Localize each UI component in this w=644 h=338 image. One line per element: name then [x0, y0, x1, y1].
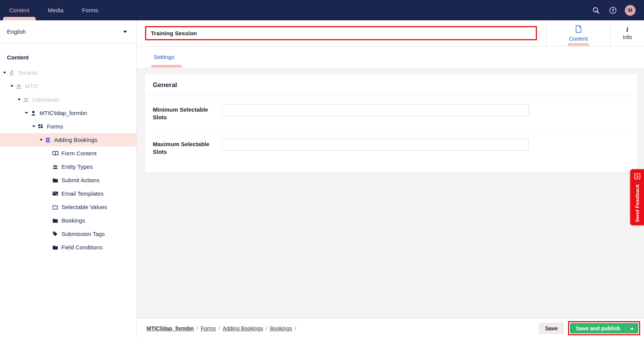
tree-item-mtic-ldap-formbn[interactable]: MTIC\ldap_formbn [0, 106, 136, 120]
people-group-icon [23, 97, 32, 103]
tree-item-label: Individuals [32, 96, 59, 103]
editor-footer: MTIC\ldap_formbn / Forms / Adding Bookin… [137, 318, 644, 338]
nav-tab-media[interactable]: Media [39, 0, 73, 20]
language-label: English [7, 28, 26, 35]
editor-content-area: General Minimum Selectable Slots Maximum… [137, 68, 644, 318]
document-icon [575, 25, 582, 34]
tree-item-label: Forms [47, 123, 63, 130]
nav-tab-content[interactable]: Content [0, 0, 39, 20]
field-label: Minimum Selectable Slots [153, 104, 222, 122]
tree-item-field-conditions[interactable]: Field Conditions [0, 241, 136, 254]
tree-item-adding-bookings[interactable]: Adding Bookings [0, 133, 136, 147]
people-group-icon [52, 164, 61, 170]
bank-icon [16, 83, 25, 89]
breadcrumb-link[interactable]: Adding Bookings [223, 325, 263, 331]
tenants-building-icon [8, 70, 18, 76]
caret-down-icon[interactable] [3, 72, 8, 74]
tree-item-forms[interactable]: Forms [0, 120, 136, 133]
nav-tab-content-label: Content [9, 7, 30, 13]
tree-item-label: Field Conditions [61, 244, 103, 251]
content-tree: Tenants MTIC Individuals [0, 66, 136, 338]
caret-down-icon[interactable] [32, 125, 38, 127]
tree-item-label: MTIC [25, 83, 39, 89]
tree-item-label: Form Content [61, 150, 97, 157]
tree-item-label: Tenants [18, 69, 38, 76]
breadcrumb-link[interactable]: MTIC\ldap_formbn [147, 325, 194, 331]
tree-item-submit-actions[interactable]: Submit Actions [0, 173, 136, 187]
tree-item-label: MTIC\ldap_formbn [40, 110, 87, 116]
caret-down-icon[interactable] [18, 99, 23, 101]
tree-item-form-content[interactable]: Form Content [0, 147, 136, 160]
nav-tab-media-label: Media [48, 7, 64, 13]
breadcrumb: MTIC\ldap_formbn / Forms / Adding Bookin… [147, 325, 296, 331]
editor-app-tabs: Content i Info [546, 20, 644, 46]
save-and-publish-label: Save and publish [570, 325, 626, 331]
editor-header: Content i Info [137, 20, 644, 46]
general-section-card: General Minimum Selectable Slots Maximum… [145, 74, 637, 173]
send-feedback-label: Send Feedback [634, 184, 640, 222]
email-card-icon [52, 191, 61, 196]
tree-item-label: Selectable Values [61, 204, 107, 210]
tree-item-selectable-values[interactable]: Selectable Values [0, 200, 136, 214]
title-wrap [137, 20, 537, 46]
chevron-up-icon[interactable] [630, 327, 634, 330]
breadcrumb-separator: / [218, 325, 220, 331]
field-row-maximum-selectable-slots: Maximum Selectable Slots [145, 130, 637, 163]
grid-icon [38, 124, 47, 129]
tab-settings[interactable]: Settings [151, 46, 177, 68]
tab-settings-label: Settings [154, 54, 174, 60]
tree-item-tenants[interactable]: Tenants [0, 66, 136, 79]
tree-item-individuals[interactable]: Individuals [0, 93, 136, 106]
maximum-selectable-slots-input[interactable] [222, 139, 529, 151]
folder-outline-icon [52, 204, 61, 210]
info-icon: i [626, 26, 628, 33]
tree-item-mtic[interactable]: MTIC [0, 79, 136, 93]
field-row-minimum-selectable-slots: Minimum Selectable Slots [145, 96, 637, 129]
minimum-selectable-slots-input[interactable] [222, 104, 529, 116]
user-avatar[interactable]: M [625, 5, 636, 16]
language-dropdown[interactable]: English [0, 20, 136, 43]
tree-item-bookings[interactable]: Bookings [0, 214, 136, 227]
save-button[interactable]: Save [539, 323, 564, 334]
send-feedback-button[interactable]: Send Feedback [630, 169, 644, 225]
tab-content-label: Content [569, 36, 588, 42]
button-split-divider [626, 325, 626, 331]
tree-section-title: Content [0, 43, 136, 66]
caret-down-icon[interactable] [10, 85, 16, 87]
tree-item-submission-tags[interactable]: Submission Tags [0, 227, 136, 241]
card-bottom-spacer [145, 163, 637, 173]
caret-down-icon[interactable] [40, 139, 45, 141]
breadcrumb-link[interactable]: Bookings [270, 325, 292, 331]
tab-content[interactable]: Content [547, 20, 610, 46]
tree-item-label: Submission Tags [61, 231, 105, 237]
tree-item-label: Adding Bookings [54, 137, 97, 143]
nav-tab-forms[interactable]: Forms [73, 0, 107, 20]
save-and-publish-button[interactable]: Save and publish [570, 323, 638, 333]
tree-item-entity-types[interactable]: Entity Types [0, 160, 136, 173]
caret-down-icon[interactable] [25, 112, 30, 114]
breadcrumb-separator: / [197, 325, 198, 331]
form-document-icon [45, 137, 54, 143]
document-title-input[interactable] [146, 30, 536, 36]
active-subtab-indicator [151, 65, 182, 68]
tab-info[interactable]: i Info [610, 20, 644, 46]
help-icon[interactable]: ? [608, 5, 618, 15]
search-icon[interactable] [591, 5, 601, 15]
tree-item-email-templates[interactable]: Email Templates [0, 187, 136, 200]
open-book-icon [52, 150, 61, 156]
tree-item-label: Email Templates [61, 190, 104, 197]
main-layout: English Content Tenants MTIC [0, 20, 644, 338]
breadcrumb-link[interactable]: Forms [201, 325, 216, 331]
active-tab-indicator [3, 17, 36, 20]
section-title: General [145, 74, 637, 96]
tree-item-label: Submit Actions [61, 177, 99, 183]
footer-actions: Save Save and publish [539, 321, 640, 335]
breadcrumb-separator: / [266, 325, 267, 331]
breadcrumb-separator: / [295, 325, 296, 331]
folder-icon [52, 218, 61, 223]
nav-tab-forms-label: Forms [82, 7, 98, 13]
publish-annotation-highlight: Save and publish [568, 321, 640, 335]
content-tree-sidebar: English Content Tenants MTIC [0, 20, 137, 338]
editor-panel: Content i Info Settings General Minimum … [137, 20, 644, 338]
title-annotation-highlight [145, 26, 537, 40]
